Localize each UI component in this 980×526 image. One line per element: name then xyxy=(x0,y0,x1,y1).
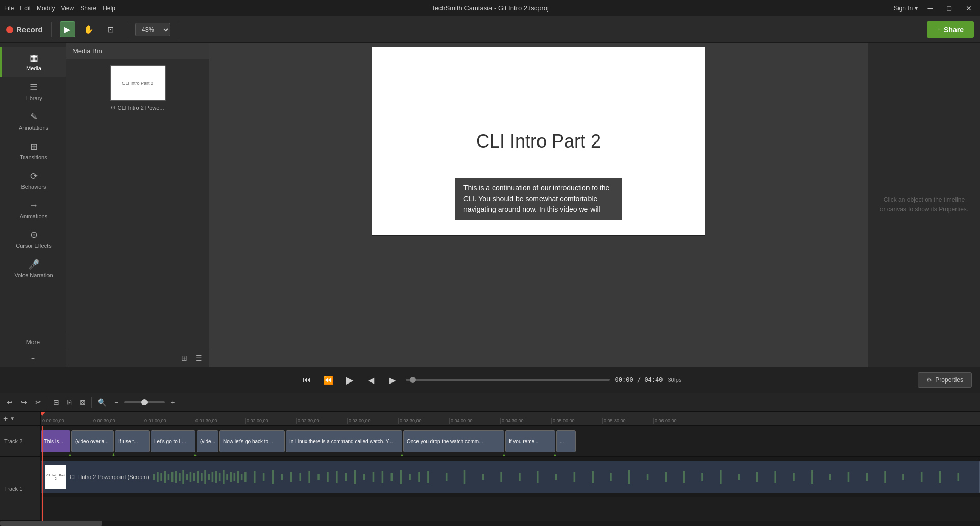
svg-rect-15 xyxy=(208,474,210,480)
track2-label: Track 2 xyxy=(0,426,40,457)
share-button[interactable]: ↑ Share xyxy=(927,21,974,38)
grid-view-button[interactable]: ⊞ xyxy=(179,352,190,364)
zoom-slider[interactable] xyxy=(124,401,165,403)
select-tool-button[interactable]: ▶ xyxy=(60,21,75,37)
menu-modify[interactable]: Modify xyxy=(37,5,55,12)
waveform-display xyxy=(153,467,975,487)
menu-file[interactable]: File xyxy=(4,5,14,12)
track-clip-8[interactable]: If you reme... xyxy=(505,430,555,452)
ruler-mark-8: 0:04:00;00 xyxy=(449,418,500,424)
zoom-plus-button[interactable]: + xyxy=(168,397,177,408)
track-clip-0[interactable]: This Is... xyxy=(41,430,70,452)
zoom-out-icon[interactable]: 🔍 xyxy=(95,397,109,408)
menu-view[interactable]: View xyxy=(61,5,74,12)
sidebar-add-button[interactable]: + xyxy=(0,351,66,367)
redo-button[interactable]: ↪ xyxy=(18,397,30,408)
expand-tracks-button[interactable]: ▼ xyxy=(10,416,15,421)
media-bin-content: CLI Intro Part 2 ⊙ CLI Intro 2 Powe... xyxy=(66,59,209,349)
track1-clip[interactable]: CLI Intro Part 2 CLI Intro 2 Powerpoint … xyxy=(41,461,980,493)
toolbar-separator-3 xyxy=(179,22,179,37)
track-clip-5[interactable]: Now let's go back to... xyxy=(219,430,285,452)
minimize-button[interactable]: ─ xyxy=(924,3,937,13)
track1-thumbnail: CLI Intro Part 2 xyxy=(45,465,66,489)
sidebar-item-library[interactable]: ☰ Library xyxy=(0,77,66,106)
sidebar-item-cursor-effects[interactable]: ⊙ Cursor Effects xyxy=(0,224,66,254)
play-button[interactable]: ▶ xyxy=(341,372,358,388)
menu-edit[interactable]: Edit xyxy=(20,5,31,12)
playback-scrubber[interactable] xyxy=(410,377,416,383)
svg-rect-14 xyxy=(204,470,206,484)
hand-tool-button[interactable]: ✋ xyxy=(79,21,99,37)
track1-thumb-text: CLI Intro Part 2 xyxy=(45,474,66,480)
menu-share[interactable]: Share xyxy=(80,5,96,12)
sign-in-button[interactable]: Sign In ▾ xyxy=(894,5,918,12)
track-settings-button[interactable]: ⊠ xyxy=(77,397,88,408)
zoom-select[interactable]: 43% 25% 50% 75% 100% xyxy=(135,23,170,36)
zoom-minus-button[interactable]: − xyxy=(112,397,121,408)
svg-rect-10 xyxy=(189,472,191,482)
properties-button[interactable]: ⚙ Properties xyxy=(918,372,972,388)
playhead[interactable] xyxy=(42,426,43,521)
sidebar-item-annotations[interactable]: ✎ Annotations xyxy=(0,106,66,136)
record-indicator xyxy=(6,26,13,33)
media-item[interactable]: CLI Intro Part 2 ⊙ CLI Intro 2 Powe... xyxy=(72,65,203,111)
record-button[interactable]: Record xyxy=(6,25,43,34)
svg-rect-60 xyxy=(701,473,703,481)
scrollbar-thumb[interactable] xyxy=(0,521,102,526)
track-clip-6[interactable]: In Linux there is a command called watch… xyxy=(286,430,402,452)
undo-button[interactable]: ↩ xyxy=(4,397,15,408)
media-bin-bottom-bar: ⊞ ☰ xyxy=(66,349,209,367)
svg-rect-31 xyxy=(299,473,301,481)
toolbar-separator-2 xyxy=(127,22,127,37)
horizontal-scrollbar[interactable] xyxy=(0,521,980,526)
svg-rect-63 xyxy=(756,472,758,482)
svg-rect-58 xyxy=(665,472,667,482)
scissors-button[interactable]: ✂ xyxy=(33,397,44,408)
svg-rect-1 xyxy=(157,472,159,482)
close-button[interactable]: ✕ xyxy=(962,3,976,13)
track-clip-7[interactable]: Once you drop the watch comm... xyxy=(403,430,504,452)
list-view-button[interactable]: ☰ xyxy=(193,352,205,364)
svg-rect-39 xyxy=(372,472,374,482)
menu-help[interactable]: Help xyxy=(103,5,115,12)
maximize-button[interactable]: □ xyxy=(943,3,955,13)
track-clip-9[interactable]: ... xyxy=(556,430,576,452)
behaviors-icon: ⟳ xyxy=(30,171,38,182)
track-clip-4[interactable]: (vide... xyxy=(197,430,218,452)
ruler-mark-2: 0:01:00;00 xyxy=(143,418,194,424)
prev-marker-button[interactable]: ◀ xyxy=(363,372,379,388)
svg-rect-68 xyxy=(847,472,849,482)
properties-hint-line2: or canvas to show its Properties. xyxy=(880,205,968,214)
svg-rect-26 xyxy=(254,471,256,483)
add-track-button[interactable]: + xyxy=(3,414,8,423)
current-time: 00:00 xyxy=(615,376,633,384)
svg-rect-17 xyxy=(215,471,217,483)
crop-tool-button[interactable]: ⊡ xyxy=(103,21,118,37)
sidebar-more-label: More xyxy=(26,339,40,346)
caption-text: This is a continuation of our introducti… xyxy=(463,184,609,213)
track-clip-3[interactable]: Let's go to L... xyxy=(151,430,195,452)
copy-button[interactable]: ⎘ xyxy=(65,397,74,408)
playback-progress-bar[interactable] xyxy=(406,379,610,381)
track-clip-1[interactable]: (video overla... xyxy=(71,430,114,452)
ruler-mark-10: 0:05:00;00 xyxy=(551,418,602,424)
track2-row: This Is... (video overla... If use t... … xyxy=(41,426,980,457)
next-marker-button[interactable]: ▶ xyxy=(384,372,401,388)
sidebar-item-media-label: Media xyxy=(26,65,41,71)
track2-marker-2 xyxy=(193,450,198,454)
svg-rect-3 xyxy=(164,471,166,483)
sidebar-item-animations[interactable]: → Animations xyxy=(0,195,66,224)
step-back-button[interactable]: ⏮ xyxy=(299,372,315,388)
svg-rect-6 xyxy=(175,471,177,483)
sidebar-item-transitions[interactable]: ⊞ Transitions xyxy=(0,136,66,165)
sidebar-item-behaviors[interactable]: ⟳ Behaviors xyxy=(0,165,66,195)
svg-rect-32 xyxy=(308,471,310,483)
sidebar-more-button[interactable]: More xyxy=(0,333,66,351)
frame-back-button[interactable]: ⏪ xyxy=(320,372,336,388)
ruler-mark-5: 0:02:30;00 xyxy=(296,418,347,424)
svg-rect-41 xyxy=(390,473,393,481)
sidebar-item-media[interactable]: ▦ Media xyxy=(0,47,66,77)
track-clip-2[interactable]: If use t... xyxy=(115,430,150,452)
storyboard-button[interactable]: ⊟ xyxy=(51,397,62,408)
sidebar-item-voice-narration[interactable]: 🎤 Voice Narration xyxy=(0,254,66,283)
